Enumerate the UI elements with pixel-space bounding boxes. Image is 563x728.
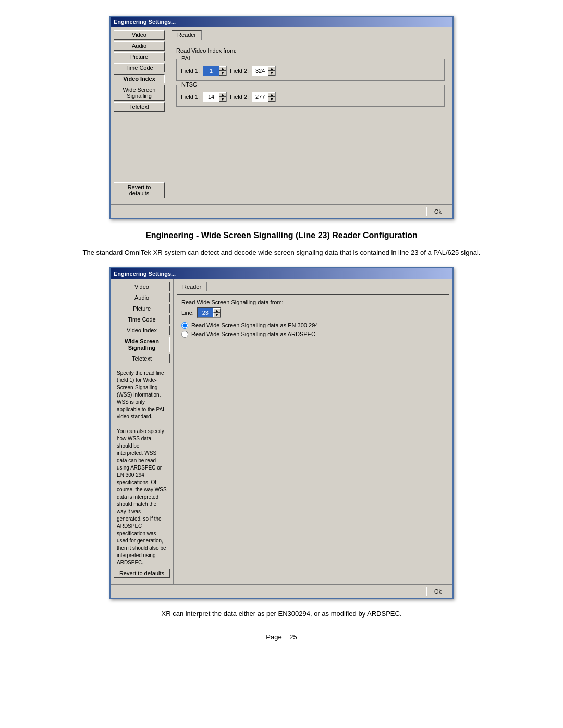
radio-en300294-label: Read Wide Screen Signalling data as EN 3… [191,322,318,328]
dialog1-ok-btn[interactable]: Ok [426,207,449,216]
dialog1: Engineering Settings... Video Audio Pict… [109,16,454,219]
dialog2-sidebar-btn-wss[interactable]: Wide Screen Signalling [114,337,170,352]
dialog2-body: Video Audio Picture Time Code Video Inde… [111,279,452,584]
page-container: Engineering Settings... Video Audio Pict… [0,0,563,657]
dialog2-content: Reader Read Wide Screen Signalling data … [173,279,452,584]
ntsc-field1-spin[interactable]: ▲ ▼ [203,92,227,102]
ntsc-field2-up[interactable]: ▲ [268,92,275,97]
ntsc-field1-up[interactable]: ▲ [219,92,226,97]
pal-group: PAL Field 1: ▲ ▼ Field 2: [176,59,445,81]
dialog1-body: Video Audio Picture Time Code Video Inde… [111,27,452,204]
ntsc-field1-arrows: ▲ ▼ [219,92,226,102]
sidebar-btn-picture[interactable]: Picture [114,52,165,61]
ntsc-field-row: Field 1: ▲ ▼ Field 2: [181,92,440,102]
dialog2-sidebar-btn-timecode[interactable]: Time Code [114,315,170,324]
dialog1-sidebar: Video Audio Picture Time Code Video Inde… [111,27,168,204]
dialog1-footer: Ok [111,204,452,218]
page-label: Page [266,633,282,641]
dialog2-footer: Ok [111,584,452,598]
ntsc-field2-input[interactable] [252,92,268,102]
pal-field2-up[interactable]: ▲ [268,66,275,71]
dialog1-reader-tab[interactable]: Reader [172,30,202,40]
radio-ardspec-row: Read Wide Screen Signalling data as ARDS… [181,331,445,338]
ntsc-field2-spin[interactable]: ▲ ▼ [252,92,276,102]
dialog2-revert-btn[interactable]: Revert to defaults [114,569,170,578]
radio-ardspec-label: Read Wide Screen Signalling data as ARDS… [191,331,315,337]
dialog2-title-text: Engineering Settings... [114,270,176,277]
pal-field2-spin[interactable]: ▲ ▼ [252,66,276,76]
dialog2-tab-content: Read Wide Screen Signalling data from: L… [177,294,449,435]
page-number: 25 [289,633,297,641]
dialog1-tab-content: Read Video Index from: PAL Field 1: ▲ ▼ [172,43,449,183]
description-text: The standard OmniTek XR system can detec… [57,248,506,258]
dialog2-tab-bar: Reader [177,282,449,291]
ntsc-field1-down[interactable]: ▼ [219,97,226,102]
sidebar-btn-videoindex[interactable]: Video Index [114,74,165,83]
line-input-row: Line: ▲ ▼ [181,307,445,318]
pal-field2-down[interactable]: ▼ [268,71,275,76]
line-arrows: ▲ ▼ [213,308,221,317]
line-label: Line: [181,310,194,316]
dialog2: Engineering Settings... Video Audio Pict… [109,267,454,599]
section-heading: Engineering - Wide Screen Signalling (Li… [57,231,506,240]
ntsc-field2-arrows: ▲ ▼ [268,92,275,102]
pal-field1-label: Field 1: [181,68,200,74]
read-from-label: Read Video Index from: [176,47,445,54]
line-up[interactable]: ▲ [213,308,221,313]
read-wss-label: Read Wide Screen Signalling data from: [181,299,445,305]
pal-field1-down[interactable]: ▼ [219,71,226,76]
dialog2-sidebar-btn-audio[interactable]: Audio [114,293,170,302]
pal-field1-input[interactable] [203,66,219,76]
ntsc-field1-label: Field 1: [181,94,200,100]
sidebar-btn-teletext[interactable]: Teletext [114,102,165,112]
pal-field1-spin[interactable]: ▲ ▼ [203,66,227,76]
dialog1-title-text: Engineering Settings... [114,19,176,25]
radio-en300294[interactable] [181,322,188,329]
ntsc-legend: NTSC [180,81,199,88]
dialog1-tab-bar: Reader [172,30,449,40]
sidebar-btn-video[interactable]: Video [114,30,165,40]
ntsc-field1-input[interactable] [203,92,219,102]
line-spin[interactable]: ▲ ▼ [197,307,221,318]
dialog2-sidebar-btn-videoindex[interactable]: Video Index [114,326,170,335]
dialog2-ok-btn[interactable]: Ok [426,587,449,596]
pal-field2-input[interactable] [252,66,268,76]
ntsc-group: NTSC Field 1: ▲ ▼ Field 2: [176,85,445,107]
ntsc-field2-down[interactable]: ▼ [268,97,275,102]
dialog2-reader-tab[interactable]: Reader [177,282,207,291]
pal-field2-arrows: ▲ ▼ [268,66,275,76]
dialog2-sidebar: Video Audio Picture Time Code Video Inde… [111,279,173,584]
dialog2-sidebar-desc: Specify the read line (field 1) for Wide… [114,367,170,569]
dialog1-revert-btn[interactable]: Revert to defaults [114,182,165,198]
dialog2-sidebar-btn-video[interactable]: Video [114,282,170,291]
pal-legend: PAL [180,55,193,61]
dialog1-content: Reader Read Video Index from: PAL Field … [168,27,452,204]
radio-en300294-row: Read Wide Screen Signalling data as EN 3… [181,322,445,329]
sidebar-btn-audio[interactable]: Audio [114,41,165,51]
dialog2-sidebar-buttons: Video Audio Picture Time Code Video Inde… [114,282,170,363]
sidebar-btn-timecode[interactable]: Time Code [114,63,165,72]
pal-field1-up[interactable]: ▲ [219,66,226,71]
dialog2-sidebar-btn-picture[interactable]: Picture [114,304,170,313]
radio-ardspec[interactable] [181,331,188,338]
pal-field2-label: Field 2: [230,68,249,74]
dialog1-sidebar-buttons: Video Audio Picture Time Code Video Inde… [114,30,165,112]
page-footer: Page 25 [57,633,506,641]
ntsc-field2-label: Field 2: [230,94,249,100]
dialog2-titlebar: Engineering Settings... [111,268,452,279]
line-down[interactable]: ▼ [213,313,221,317]
pal-field1-arrows: ▲ ▼ [219,66,226,76]
pal-field-row: Field 1: ▲ ▼ Field 2: [181,66,440,76]
dialog2-sidebar-btn-teletext[interactable]: Teletext [114,354,170,363]
sidebar-btn-wss[interactable]: Wide Screen Signalling [114,85,165,101]
footer-text: XR can interpret the data either as per … [57,610,506,618]
line-input[interactable] [198,308,213,317]
dialog1-titlebar: Engineering Settings... [111,17,452,27]
